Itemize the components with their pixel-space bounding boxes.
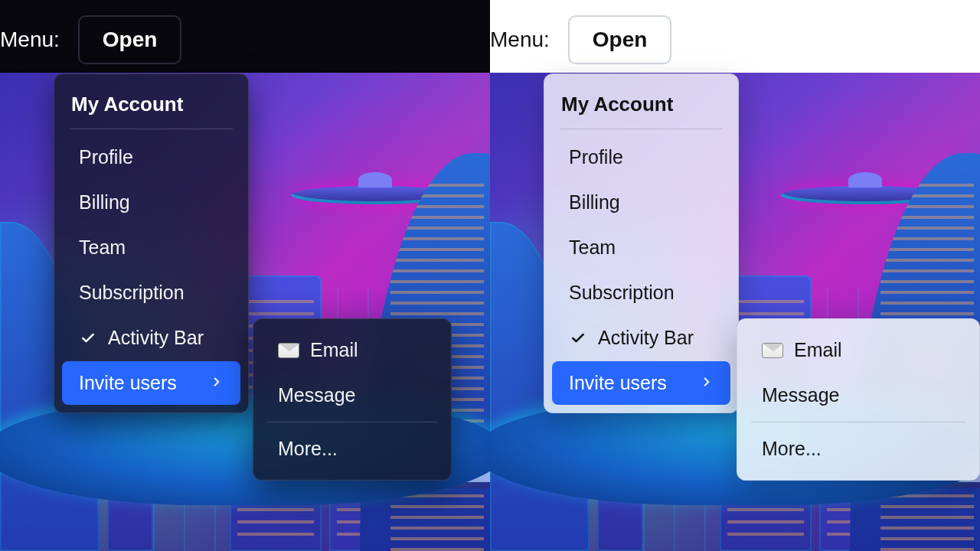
panel-light: Menu: Open My Account Profile Billing Te… <box>490 0 980 551</box>
header-light: Menu: Open <box>490 0 980 80</box>
submenu-item-label: More... <box>278 438 338 460</box>
menu-item-label: Activity Bar <box>598 327 694 349</box>
dropdown-menu: My Account Profile Billing Team Subscrip… <box>544 73 739 413</box>
menu-item-billing[interactable]: Billing <box>552 181 730 224</box>
menu-item-profile[interactable]: Profile <box>62 135 240 179</box>
submenu-item-label: Message <box>278 384 355 406</box>
email-icon <box>278 343 299 358</box>
submenu-item-label: Email <box>794 339 842 361</box>
menu-label: Menu: <box>490 28 550 52</box>
submenu-invite: Email Message More... <box>737 318 980 481</box>
email-icon <box>762 343 783 358</box>
menu-item-label: Team <box>79 236 126 259</box>
chevron-right-icon <box>210 373 224 393</box>
menu-divider <box>70 129 233 129</box>
submenu-item-label: More... <box>762 438 822 460</box>
menu-title: My Account <box>544 82 738 126</box>
menu-title: My Account <box>54 82 248 126</box>
submenu-item-more[interactable]: More... <box>261 427 443 471</box>
submenu-invite: Email Message More... <box>253 318 452 481</box>
header-dark: Menu: Open <box>0 0 490 80</box>
submenu-item-more[interactable]: More... <box>745 427 972 471</box>
menu-item-billing[interactable]: Billing <box>62 181 240 224</box>
menu-item-activity-bar[interactable]: Activity Bar <box>552 316 730 360</box>
menu-item-label: Profile <box>79 146 133 168</box>
open-button[interactable]: Open <box>568 15 672 64</box>
dropdown-menu: My Account Profile Billing Team Subscrip… <box>54 73 249 413</box>
menu-item-label: Invite users <box>569 372 667 394</box>
menu-item-subscription[interactable]: Subscription <box>552 271 730 315</box>
menu-item-label: Activity Bar <box>108 327 204 349</box>
panel-dark: Menu: Open My Account Profile Billing Te… <box>0 0 490 551</box>
submenu-item-email[interactable]: Email <box>745 328 972 372</box>
menu-item-label: Profile <box>569 146 623 168</box>
menu-item-label: Subscription <box>79 282 185 304</box>
submenu-divider <box>751 422 965 422</box>
chevron-right-icon <box>700 373 714 393</box>
check-icon <box>79 331 97 346</box>
submenu-item-label: Message <box>762 384 839 406</box>
menu-item-label: Subscription <box>569 282 675 304</box>
menu-item-label: Invite users <box>79 372 177 394</box>
submenu-item-email[interactable]: Email <box>261 328 443 372</box>
menu-item-invite-users[interactable]: Invite users <box>552 361 730 405</box>
menu-item-profile[interactable]: Profile <box>552 135 730 179</box>
menu-item-subscription[interactable]: Subscription <box>62 271 240 315</box>
submenu-item-message[interactable]: Message <box>745 373 972 417</box>
submenu-divider <box>267 422 437 422</box>
check-icon <box>569 331 587 346</box>
menu-item-activity-bar[interactable]: Activity Bar <box>62 316 240 360</box>
menu-item-label: Team <box>569 236 616 259</box>
menu-item-team[interactable]: Team <box>62 226 240 269</box>
submenu-item-label: Email <box>310 339 358 361</box>
menu-item-team[interactable]: Team <box>552 226 730 269</box>
menu-item-invite-users[interactable]: Invite users <box>62 361 240 405</box>
submenu-item-message[interactable]: Message <box>261 373 443 417</box>
menu-divider <box>560 129 723 129</box>
menu-item-label: Billing <box>569 191 620 214</box>
open-button[interactable]: Open <box>78 15 182 64</box>
menu-item-label: Billing <box>79 191 130 214</box>
menu-label: Menu: <box>0 28 60 52</box>
